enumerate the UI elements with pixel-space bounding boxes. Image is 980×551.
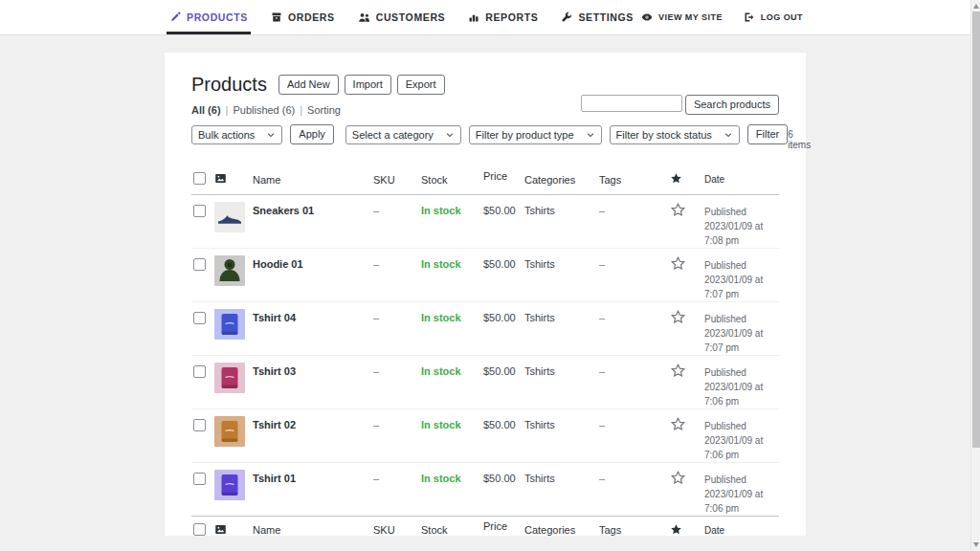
nav-item-products[interactable]: PRODUCTS (167, 0, 251, 34)
export-button[interactable]: Export (397, 75, 445, 95)
row-checkbox[interactable] (193, 258, 206, 271)
column-header-date[interactable]: Date (704, 516, 779, 544)
date-value: 2023/01/09 at 7:07 pm (704, 273, 779, 301)
date-value: 2023/01/09 at 7:08 pm (704, 219, 779, 248)
search-products-button[interactable]: Search products (685, 95, 779, 115)
categories-cell: Tshirts (524, 462, 599, 516)
column-header-tags: Tags (599, 165, 670, 194)
nav-item-log-out[interactable]: LOG OUT (741, 0, 806, 34)
scrollbar-thumb[interactable] (972, 11, 980, 448)
table-header-row: NameSKUStockPriceCategoriesTagsDate (191, 516, 779, 544)
search-box: Search products (581, 95, 779, 115)
view-separator: | (221, 104, 234, 116)
view-link-published[interactable]: Published (6) (233, 104, 295, 116)
nav-item-label: ORDERS (288, 11, 335, 23)
category-link[interactable]: Tshirts (524, 419, 555, 430)
category-link[interactable]: Tshirts (524, 205, 555, 216)
product-thumbnail[interactable] (214, 309, 245, 340)
nav-item-label: SETTINGS (578, 11, 634, 23)
table-row: Tshirt 04–In stock$50.00Tshirts–Publishe… (191, 301, 779, 355)
apply-button[interactable]: Apply (290, 124, 334, 144)
product-thumbnail[interactable] (214, 416, 245, 447)
star-outline-icon[interactable] (670, 416, 686, 432)
table-header-row: NameSKUStockPriceCategoriesTagsDate (191, 165, 779, 194)
top-toolbar: Bulk actions Apply Select a category Fil… (191, 124, 779, 150)
product-thumbnail[interactable] (214, 202, 245, 232)
column-header-price[interactable]: Price (483, 516, 524, 544)
date-status: Published (704, 258, 779, 273)
category-link[interactable]: Tshirts (524, 473, 555, 484)
column-header-sku[interactable]: SKU (373, 516, 421, 544)
nav-item-customers[interactable]: CUSTOMERS (355, 0, 449, 34)
scroll-up-arrow[interactable] (973, 4, 979, 9)
sku-cell: – (373, 355, 421, 408)
bulk-actions-select[interactable]: Bulk actions (191, 125, 282, 144)
chevron-down-icon (445, 130, 455, 140)
reports-icon (468, 11, 479, 23)
row-checkbox[interactable] (193, 473, 206, 485)
column-header-name[interactable]: Name (253, 165, 373, 194)
price-cell: $50.00 (483, 194, 524, 248)
star-outline-icon[interactable] (670, 470, 686, 486)
stock-status-filter-select[interactable]: Filter by stock status (610, 125, 740, 144)
row-checkbox[interactable] (193, 205, 206, 217)
filter-button[interactable]: Filter (747, 124, 788, 144)
column-header-price[interactable]: Price (483, 165, 524, 194)
select-all-checkbox[interactable] (193, 172, 206, 185)
scroll-down-arrow[interactable] (973, 542, 979, 547)
search-input[interactable] (581, 95, 682, 112)
product-thumbnail[interactable] (214, 470, 245, 500)
nav-item-settings[interactable]: SETTINGS (558, 0, 636, 34)
category-filter-select[interactable]: Select a category (345, 125, 461, 144)
table-row: Tshirt 03–In stock$50.00Tshirts–Publishe… (191, 355, 779, 408)
row-checkbox[interactable] (193, 365, 206, 378)
row-checkbox[interactable] (193, 419, 206, 431)
stock-cell: In stock (421, 194, 483, 248)
date-value: 2023/01/09 at 7:06 pm (704, 487, 779, 516)
nav-item-label: REPORTS (485, 11, 538, 23)
import-button[interactable]: Import (345, 75, 391, 95)
tags-cell: – (599, 194, 670, 248)
product-thumbnail[interactable] (214, 363, 245, 393)
stock-cell: In stock (421, 462, 483, 516)
category-link[interactable]: Tshirts (524, 312, 555, 323)
sku-cell: – (373, 408, 421, 462)
nav-item-view-my-site[interactable]: VIEW MY SITE (638, 0, 725, 34)
customers-icon (358, 11, 370, 24)
product-name-link[interactable]: Tshirt 04 (253, 312, 296, 323)
product-thumbnail[interactable] (214, 255, 245, 286)
sku-cell: – (373, 248, 421, 301)
star-filled-icon (670, 523, 682, 536)
category-link[interactable]: Tshirts (524, 365, 555, 377)
product-name-link[interactable]: Tshirt 03 (253, 365, 296, 377)
star-outline-icon[interactable] (670, 202, 686, 218)
logout-icon (744, 11, 755, 23)
star-outline-icon[interactable] (670, 363, 686, 379)
star-outline-icon[interactable] (670, 309, 686, 325)
product-name-link[interactable]: Hoodie 01 (253, 258, 303, 270)
view-link-sorting[interactable]: Sorting (307, 104, 341, 116)
row-checkbox[interactable] (193, 312, 206, 324)
nav-item-orders[interactable]: ORDERS (268, 0, 338, 34)
column-header-stock: Stock (421, 516, 483, 544)
category-link[interactable]: Tshirts (524, 258, 555, 270)
view-link-all[interactable]: All (6) (191, 104, 221, 116)
date-status: Published (704, 205, 779, 219)
column-header-name[interactable]: Name (253, 516, 373, 544)
product-type-filter-select[interactable]: Filter by product type (469, 125, 602, 144)
eye-icon (641, 11, 653, 23)
product-name-link[interactable]: Tshirt 02 (253, 419, 296, 430)
product-name-link[interactable]: Sneakers 01 (253, 205, 314, 216)
select-all-checkbox-bottom[interactable] (193, 523, 206, 536)
column-header-date[interactable]: Date (704, 165, 779, 194)
sku-cell: – (373, 301, 421, 355)
add-new-button[interactable]: Add New (278, 75, 339, 95)
table-row: Tshirt 02–In stock$50.00Tshirts–Publishe… (191, 408, 779, 462)
nav-item-reports[interactable]: REPORTS (465, 0, 541, 34)
table-row: Hoodie 01–In stock$50.00Tshirts–Publishe… (191, 248, 779, 301)
column-header-sku[interactable]: SKU (373, 165, 421, 194)
star-filled-icon (670, 172, 682, 185)
product-name-link[interactable]: Tshirt 01 (253, 473, 296, 484)
scrollbar[interactable] (970, 0, 980, 551)
star-outline-icon[interactable] (670, 255, 686, 272)
